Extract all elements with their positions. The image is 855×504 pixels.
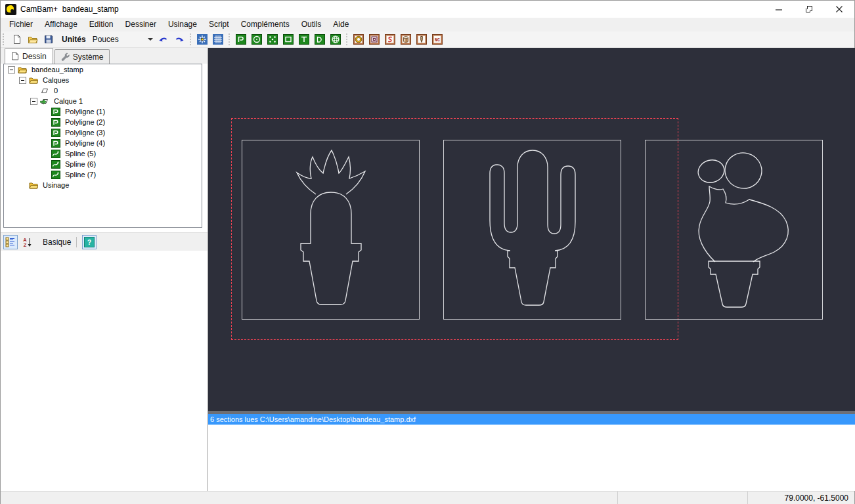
window-controls xyxy=(764,1,854,18)
cursor-coordinates: 79.0000, -61.5000 xyxy=(748,492,854,504)
menu-item-aide[interactable]: Aide xyxy=(327,18,355,31)
pocket-op-icon[interactable] xyxy=(367,32,382,47)
tab-systeme[interactable]: Système xyxy=(55,49,110,64)
redo-icon[interactable] xyxy=(172,32,186,47)
spline-obj-icon xyxy=(51,160,60,169)
tree-item-label: Spline (5) xyxy=(64,150,97,158)
drawing-frame-1[interactable] xyxy=(242,140,420,320)
polyline-icon[interactable] xyxy=(234,32,248,47)
app-logo-icon xyxy=(5,4,16,15)
menu-item-affichage[interactable]: Affichage xyxy=(39,18,83,31)
alphabetical-sort-icon[interactable]: AZ xyxy=(20,235,35,249)
draw-toolbar-group xyxy=(233,32,343,47)
status-bar: 79.0000, -61.5000 xyxy=(1,491,854,504)
gcode-op-icon[interactable]: NC xyxy=(430,32,445,47)
profile3d-op-icon[interactable] xyxy=(414,32,429,47)
collapse-icon[interactable] xyxy=(30,98,37,105)
folder-icon xyxy=(29,181,38,190)
sidebar-tabstrip: Dessin Système xyxy=(1,48,208,64)
menu-item-dessiner[interactable]: Dessiner xyxy=(120,18,162,31)
new-file-icon[interactable] xyxy=(10,32,24,47)
cactus-saguaro-outline[interactable] xyxy=(444,140,623,320)
title-bar: CamBam+ bandeau_stamp xyxy=(1,1,854,18)
tab-label: Dessin xyxy=(22,52,47,61)
tree-item-label: 0 xyxy=(53,87,59,94)
menu-item-outils[interactable]: Outils xyxy=(296,18,328,31)
status-panel-secondary xyxy=(618,492,748,504)
tree-item-polyligne-1-[interactable]: Polyligne (1) xyxy=(4,106,202,117)
collapse-icon[interactable] xyxy=(19,77,26,84)
open-folder-icon[interactable] xyxy=(26,32,40,47)
text-icon[interactable] xyxy=(297,32,311,47)
save-icon[interactable] xyxy=(41,32,56,47)
wrench-icon xyxy=(61,52,70,61)
svg-text:NC: NC xyxy=(435,37,440,42)
tree-item-polyligne-2-[interactable]: Polyligne (2) xyxy=(4,117,202,127)
cactus-columnar-outline[interactable] xyxy=(242,140,420,320)
categorized-view-icon[interactable] xyxy=(3,235,18,249)
toolbar-grip xyxy=(3,33,7,45)
cactus-prickly-pear-outline[interactable] xyxy=(646,140,823,320)
menu-item-script[interactable]: Script xyxy=(203,18,235,31)
drawing-frame-2[interactable] xyxy=(443,140,621,320)
tree-item-usinage[interactable]: Usinage xyxy=(4,180,202,190)
tree-item-label: bandeau_stamp xyxy=(30,66,85,74)
tree-item-calques[interactable]: Calques xyxy=(4,75,202,85)
rectangle-icon[interactable] xyxy=(281,32,296,47)
tree-item-bandeau_stamp[interactable]: bandeau_stamp xyxy=(4,64,202,75)
menu-item-fichier[interactable]: Fichier xyxy=(3,18,39,31)
engrave-op-icon[interactable] xyxy=(383,32,397,47)
grid-icon[interactable] xyxy=(211,32,225,47)
help-icon[interactable]: ? xyxy=(82,235,97,249)
tree-item-spline-5-[interactable]: Spline (5) xyxy=(4,148,202,159)
machining-toolbar-group: NC xyxy=(351,32,445,47)
close-icon[interactable] xyxy=(824,1,854,18)
surface-icon[interactable] xyxy=(328,32,343,47)
view-toolbar-group xyxy=(194,32,226,47)
points-icon[interactable] xyxy=(265,32,280,47)
polyline-obj-icon xyxy=(51,118,60,127)
tab-dessin[interactable]: Dessin xyxy=(5,48,53,64)
properties-toolbar: AZ Basique ? xyxy=(1,232,208,251)
tree-item-label: Polyligne (1) xyxy=(64,108,106,116)
units-combobox[interactable]: Pouces xyxy=(90,33,156,46)
tree-item-0[interactable]: 0 xyxy=(4,85,202,96)
log-row[interactable]: 6 sections lues C:\Users\amandine\Deskto… xyxy=(208,414,855,425)
tree-item-calque-1[interactable]: Calque 1 xyxy=(4,96,202,106)
tree-item-polyligne-4-[interactable]: Polyligne (4) xyxy=(4,138,202,148)
units-label: Unités xyxy=(62,35,86,44)
tree-item-label: Polyligne (4) xyxy=(64,139,106,147)
tree-item-polyligne-3-[interactable]: Polyligne (3) xyxy=(4,127,202,138)
main-toolbar: Unités Pouces NC xyxy=(1,32,854,48)
snap-points-icon[interactable] xyxy=(195,32,209,47)
tree-item-label: Spline (6) xyxy=(64,160,97,168)
page-icon xyxy=(11,52,19,60)
drill-op-icon[interactable] xyxy=(399,32,413,47)
menu-item-usinage[interactable]: Usinage xyxy=(162,18,203,31)
arc-icon[interactable] xyxy=(313,32,327,47)
folder-icon xyxy=(18,66,27,74)
collapse-icon[interactable] xyxy=(8,66,15,74)
drawing-canvas[interactable] xyxy=(208,48,855,411)
app-window: CamBam+ bandeau_stamp FichierAffichageEd… xyxy=(0,0,855,504)
tree-item-spline-7-[interactable]: Spline (7) xyxy=(4,169,202,180)
profile-op-icon[interactable] xyxy=(351,32,366,47)
tree-item-spline-6-[interactable]: Spline (6) xyxy=(4,159,202,169)
polyline-obj-icon xyxy=(51,129,60,137)
circle-icon[interactable] xyxy=(250,32,264,47)
tree-item-label: Usinage xyxy=(41,181,70,189)
tree-item-label: Polyligne (2) xyxy=(64,118,106,126)
tree-item-label: Spline (7) xyxy=(64,171,97,178)
toolbar-separator xyxy=(190,33,192,45)
menu-item-complements[interactable]: Compléments xyxy=(235,18,296,31)
drawing-frame-3[interactable] xyxy=(645,140,823,320)
tree-item-label: Calque 1 xyxy=(53,97,84,105)
tab-label: Système xyxy=(73,52,104,62)
minimize-icon[interactable] xyxy=(764,1,794,18)
maximize-icon[interactable] xyxy=(794,1,824,18)
undo-icon[interactable] xyxy=(156,32,171,47)
menu-bar: FichierAffichageEditionDessinerUsinageSc… xyxy=(1,18,854,32)
left-panel: Dessin Système bandeau_stampCalques0Calq… xyxy=(1,48,208,491)
svg-text:Z: Z xyxy=(24,242,27,247)
menu-item-edition[interactable]: Edition xyxy=(83,18,120,31)
